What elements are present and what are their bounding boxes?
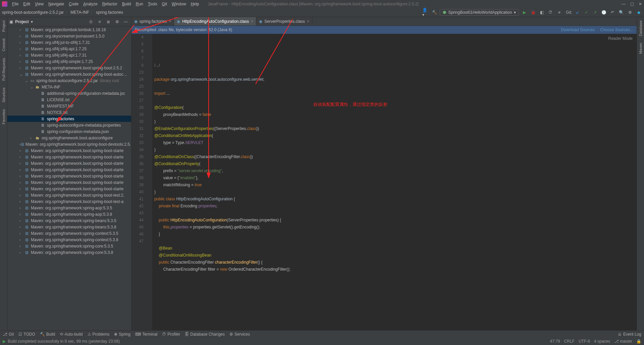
tree-row[interactable]: ›⊞Maven: org.springframework:spring-aop:…	[7, 205, 131, 211]
menu-build[interactable]: Build	[120, 1, 133, 7]
menu-view[interactable]: View	[33, 1, 46, 7]
bottom-tab-profiler[interactable]: ⏱Profiler	[162, 332, 180, 337]
tree-row[interactable]: 🗎NOTICE.txt	[7, 109, 131, 116]
bottom-tab-git[interactable]: ⎇Git	[3, 332, 14, 337]
menu-refactor[interactable]: Refactor	[100, 1, 119, 7]
bottom-tab-services[interactable]: ⚙Services	[229, 332, 250, 337]
project-tree[interactable]: ›⊞Maven: org.projectlombok:lombok:1.18.1…	[7, 26, 131, 330]
menu-run[interactable]: Run	[134, 1, 145, 7]
expand-all-icon[interactable]: ≡	[96, 18, 103, 25]
menu-file[interactable]: File	[10, 1, 20, 7]
editor-tab[interactable]: ◉ServerProperties.class×	[256, 17, 312, 25]
git-history-icon[interactable]: 🕘	[600, 9, 607, 16]
build-icon[interactable]: 🔨	[431, 9, 438, 16]
tree-row[interactable]: ›⊞Maven: org.springframework.boot:spring…	[7, 65, 131, 71]
status-item[interactable]: ⎇ master	[614, 339, 632, 344]
tree-row[interactable]: ›⊞Maven: org.springframework.boot:spring…	[7, 192, 131, 198]
debug-icon[interactable]: 🐞	[530, 9, 536, 16]
status-item[interactable]: 4 spaces	[594, 339, 610, 344]
hide-icon[interactable]: —	[122, 18, 129, 25]
tree-row[interactable]: ›⊞Maven: org.slf4j:slf4j-api:1.7.31	[7, 52, 131, 58]
tree-row[interactable]: ›⊞Maven: org.springframework:spring-cont…	[7, 230, 131, 236]
settings-icon[interactable]: ⚙	[627, 9, 633, 16]
collapse-all-icon[interactable]: ≣	[105, 18, 112, 25]
tool-tab-structure[interactable]: Structure	[1, 86, 6, 104]
tree-row[interactable]: ›⊞Maven: org.skyscreamer:jsonassert:1.5.…	[7, 33, 131, 39]
breadcrumb-item[interactable]: spring-boot-autoconfigure-2.5.2.jar	[2, 10, 64, 15]
tree-row[interactable]: ›⊞Maven: org.springframework:spring-core…	[7, 249, 131, 256]
tree-row[interactable]: ›⊞Maven: org.projectlombok:lombok:1.18.1…	[7, 26, 131, 33]
tree-row[interactable]: ⌄⊞Maven: org.springframework.boot:spring…	[7, 71, 131, 77]
tree-row[interactable]: ›⊞Maven: org.springframework.boot:spring…	[7, 198, 131, 205]
menu-help[interactable]: Help	[189, 1, 201, 7]
tool-tab-commit[interactable]: Commit	[1, 37, 6, 53]
bottom-tab-spring[interactable]: ❀Spring	[114, 332, 130, 337]
tree-row[interactable]: ›⊞Maven: org.springframework:spring-core…	[7, 243, 131, 249]
tree-row[interactable]: ›⊞Maven: org.slf4j:slf4j-simple:1.7.25	[7, 58, 131, 65]
search-icon[interactable]: 🔍	[618, 9, 625, 16]
tree-row[interactable]: ›⊞Maven: org.springframework:spring-cont…	[7, 236, 131, 243]
tree-row[interactable]: 🗎spring-configuration-metadata.json	[7, 128, 131, 135]
code-editor[interactable]: 4567823242526272829303132333435363738394…	[131, 34, 637, 330]
tree-row[interactable]: ›⊞Maven: org.slf4j:jul-to-slf4j:1.7.31	[7, 39, 131, 46]
tree-row[interactable]: 🗎spring.factories	[7, 116, 131, 122]
event-log-button[interactable]: 🕭Event Log	[618, 332, 641, 337]
menu-git[interactable]: Git	[160, 1, 169, 7]
git-update-icon[interactable]: ↙	[574, 9, 581, 16]
tree-row[interactable]: ›⊞Maven: org.springframework.boot:spring…	[7, 160, 131, 166]
tree-row[interactable]: ›⊞Maven: org.springframework:spring-bean…	[7, 224, 131, 230]
bottom-tab-problems[interactable]: ⚠Problems	[88, 332, 110, 337]
coverage-icon[interactable]: ◧	[538, 9, 545, 16]
bottom-tab-terminal[interactable]: ⌨Terminal	[135, 332, 157, 337]
tool-tab-project[interactable]: Project	[1, 19, 6, 33]
menu-window[interactable]: Window	[170, 1, 188, 7]
bottom-tab-database-changes[interactable]: 🗄Database Changes	[185, 332, 225, 337]
breadcrumb-item[interactable]: META-INF	[70, 10, 89, 15]
chevron-down-icon[interactable]: ▾	[31, 19, 33, 24]
run-configuration-selector[interactable]: ⬢ SpringBoot01HelloWorldApplication ▾	[440, 9, 519, 16]
editor-tab[interactable]: ◉HttpEncodingAutoConfiguration.class×	[174, 17, 256, 25]
tree-row[interactable]: ›⊞Maven: org.springframework.boot:spring…	[7, 147, 131, 154]
menu-edit[interactable]: Edit	[21, 1, 32, 7]
tree-row[interactable]: ›⊞Maven: org.springframework.boot:spring…	[7, 166, 131, 173]
git-commit-icon[interactable]: ✓	[583, 9, 590, 16]
close-tab-icon[interactable]: ×	[251, 19, 253, 24]
profiler-icon[interactable]: ⏱	[547, 9, 554, 16]
user-icon[interactable]: 👤▾	[422, 9, 429, 16]
git-rollback-icon[interactable]: ↶	[609, 9, 616, 16]
tree-row[interactable]: 🗎LICENSE.txt	[7, 96, 131, 103]
project-view-icon[interactable]: ▣	[9, 19, 13, 24]
tree-row[interactable]: ⌄🖿META-INF	[7, 84, 131, 90]
codewithme-icon[interactable]: ◆	[635, 9, 642, 16]
bottom-tab-build[interactable]: 🔨Build	[40, 332, 55, 337]
close-tab-icon[interactable]: ×	[307, 19, 309, 24]
choose-sources-link[interactable]: Choose Sources...	[600, 27, 633, 32]
tree-row[interactable]: ›⊞Maven: org.springframework:spring-aop:…	[7, 211, 131, 217]
bottom-tab-auto-build[interactable]: ⟲Auto-build	[60, 332, 83, 337]
tree-row[interactable]: ›⊞Maven: org.springframework:spring-bean…	[7, 217, 131, 224]
close-icon[interactable]: ✕	[639, 2, 642, 6]
tree-row[interactable]: ›⊞Maven: org.springframework.boot:spring…	[7, 179, 131, 186]
settings-icon[interactable]: ⚙	[114, 18, 120, 25]
close-tab-icon[interactable]: ×	[169, 19, 171, 24]
download-sources-link[interactable]: Download Sources	[561, 27, 595, 32]
select-opened-file-icon[interactable]: ⊙	[88, 18, 94, 25]
status-item[interactable]: UTF-8	[579, 339, 590, 344]
tree-row[interactable]: ›⊞Maven: org.springframework.boot:spring…	[7, 141, 131, 147]
stop-icon[interactable]: ■	[556, 9, 562, 16]
tree-row[interactable]: 🗎MANIFEST.MF	[7, 103, 131, 109]
tree-row[interactable]: ›⊞Maven: org.springframework.boot:spring…	[7, 154, 131, 160]
lock-icon[interactable]: 🔒	[636, 339, 641, 344]
tool-tab-favorites[interactable]: Favorites	[1, 108, 6, 126]
tree-row[interactable]: ›⊞Maven: org.springframework.boot:spring…	[7, 186, 131, 192]
code-content[interactable]: Reader Mode 自动装配配置属性，通过指定类的反射 /.../ pack…	[152, 34, 637, 330]
status-item[interactable]: 47:79	[550, 339, 560, 344]
git-push-icon[interactable]: ↗	[592, 9, 598, 16]
minimize-icon[interactable]: —	[622, 2, 626, 6]
tool-tab-pull-requests[interactable]: Pull Requests	[1, 57, 6, 82]
tree-row[interactable]: ›⊞Maven: org.slf4j:slf4j-api:1.7.25	[7, 46, 131, 52]
run-icon[interactable]: ▶	[521, 9, 528, 16]
status-item[interactable]: CRLF	[564, 339, 575, 344]
menu-navigate[interactable]: Navigate	[46, 1, 66, 7]
tree-row[interactable]: 🗎spring-autoconfigure-metadata.propertie…	[7, 122, 131, 128]
